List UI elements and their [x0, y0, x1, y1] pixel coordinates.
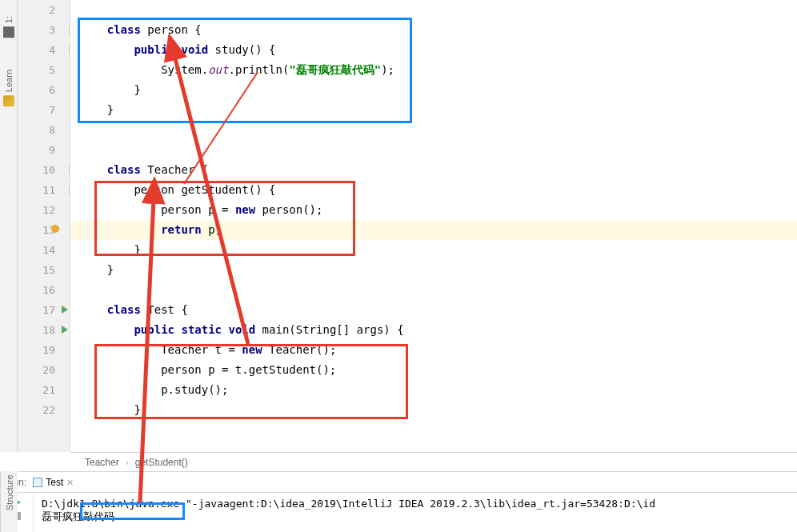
line-number[interactable]: 19: [18, 340, 70, 360]
run-tab[interactable]: Test ×: [33, 476, 73, 489]
code-line: [70, 120, 797, 140]
line-number[interactable]: 18: [18, 320, 70, 340]
code-editor[interactable]: class person { public void study() { Sys…: [70, 0, 797, 452]
code-line: }: [70, 100, 797, 120]
line-number[interactable]: 11−: [18, 180, 70, 200]
code-line: }: [70, 260, 797, 280]
bulb-icon[interactable]: [51, 225, 59, 233]
line-number[interactable]: 7: [18, 100, 70, 120]
console-line: 磊哥疯狂敲代码: [42, 510, 114, 522]
line-number[interactable]: 15: [18, 260, 70, 280]
console-output[interactable]: D:\jdk1.8\bin\java.exe "-javaagent:D:\id…: [34, 493, 797, 532]
code-line: class Teacher {: [70, 160, 797, 180]
code-line: public void study() {: [70, 40, 797, 60]
line-number[interactable]: 12: [18, 200, 70, 220]
gutter: 2 3− 4− 5 6 7 8 9 10− 11− 12 13 14 15 16…: [18, 0, 70, 452]
code-line: Teacher t = new Teacher();: [70, 340, 797, 360]
line-number[interactable]: 3−: [18, 20, 70, 40]
project-tool-button[interactable]: 1:: [3, 16, 14, 38]
code-line: [70, 0, 797, 20]
learn-tool-button[interactable]: Learn: [3, 70, 14, 106]
code-line: p.study();: [70, 380, 797, 400]
run-config-icon: [33, 478, 42, 487]
code-line: class Test {: [70, 300, 797, 320]
left-toolbar: 1: Learn: [0, 0, 18, 452]
learn-label: Learn: [4, 70, 14, 92]
breadcrumb-item[interactable]: getStudent(): [135, 457, 188, 468]
code-line: }: [70, 240, 797, 260]
run-panel: Run: Test × D:\jdk1.8\bin\java.exe "-jav…: [0, 471, 797, 532]
chevron-right-icon: ›: [126, 457, 129, 468]
line-number[interactable]: 10−: [18, 160, 70, 180]
code-line: }: [70, 80, 797, 100]
structure-tool-button[interactable]: Structure: [0, 471, 18, 532]
close-icon[interactable]: ×: [66, 476, 73, 489]
line-number[interactable]: 20: [18, 360, 70, 380]
run-header: Run: Test ×: [0, 472, 797, 493]
learn-icon: [3, 95, 14, 106]
project-icon: [3, 26, 14, 38]
code-line: person getStudent() {: [70, 180, 797, 200]
line-number[interactable]: 2: [18, 0, 70, 20]
line-number[interactable]: 9: [18, 140, 70, 160]
line-number[interactable]: 14: [18, 240, 70, 260]
code-line: person p = t.getStudent();: [70, 360, 797, 380]
project-label: 1:: [4, 16, 14, 23]
line-number[interactable]: 4−: [18, 40, 70, 60]
code-line: return p;: [70, 220, 797, 240]
line-number[interactable]: 5: [18, 60, 70, 80]
code-line: class person {: [70, 20, 797, 40]
run-gutter-icon[interactable]: [62, 306, 68, 314]
code-line: person p = new person();: [70, 200, 797, 220]
code-line: System.out.println("磊哥疯狂敲代码");: [70, 60, 797, 80]
code-line: [70, 140, 797, 160]
breadcrumb: Teacher › getStudent(): [70, 452, 797, 471]
code-line: }: [70, 400, 797, 420]
run-tab-name: Test: [46, 477, 63, 488]
breadcrumb-item[interactable]: Teacher: [85, 457, 119, 468]
code-line: [70, 280, 797, 300]
line-number[interactable]: 21: [18, 380, 70, 400]
line-number[interactable]: 13: [18, 220, 70, 240]
run-gutter-icon[interactable]: [62, 326, 68, 334]
line-number[interactable]: 22: [18, 400, 70, 420]
line-number[interactable]: 16: [18, 280, 70, 300]
line-number[interactable]: 6: [18, 80, 70, 100]
line-number[interactable]: 8: [18, 120, 70, 140]
code-line: public static void main(String[] args) {: [70, 320, 797, 340]
line-number[interactable]: 17: [18, 300, 70, 320]
console-line: D:\jdk1.8\bin\java.exe "-javaagent:D:\id…: [42, 498, 655, 510]
